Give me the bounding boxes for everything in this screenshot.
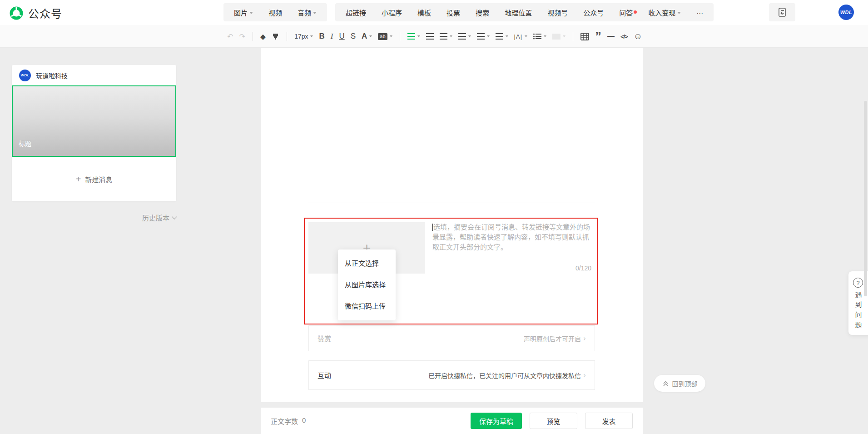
style-button-disabled[interactable] xyxy=(552,34,565,40)
cover-picker-menu: 从正文选择 从图片库选择 微信扫码上传 xyxy=(338,249,396,320)
indent-icon xyxy=(426,33,434,40)
underline-button[interactable]: U xyxy=(339,32,344,41)
divider xyxy=(573,32,573,41)
divider xyxy=(287,32,287,41)
reward-row[interactable]: 赞赏 声明原创后才可开启› xyxy=(308,325,595,351)
menu-item-select-from-library[interactable]: 从图片库选择 xyxy=(338,274,396,295)
undo-icon[interactable]: ↶ xyxy=(227,32,233,41)
reward-status[interactable]: 声明原创后才可开启› xyxy=(524,334,586,343)
word-count-value: 0 xyxy=(302,416,306,426)
indent-button[interactable] xyxy=(426,33,434,40)
emoji-button[interactable]: ☺ xyxy=(634,31,642,41)
editor-canvas[interactable]: + 选填，摘要会在订阅号消息、转发链接等文章外的场景显露，帮助读者快速了解内容，… xyxy=(261,48,643,402)
line-height-button[interactable] xyxy=(496,33,508,40)
font-size-select[interactable]: 17px xyxy=(294,33,313,40)
font-color-button[interactable]: A xyxy=(362,32,372,41)
table-icon xyxy=(580,33,589,40)
nav-video[interactable]: 视频 xyxy=(261,8,290,17)
nav-audio[interactable]: 音频 xyxy=(290,8,324,17)
plus-icon: + xyxy=(76,175,81,184)
chevron-down-icon xyxy=(390,35,392,37)
chevron-down-icon xyxy=(249,12,253,14)
table-button[interactable] xyxy=(580,33,589,40)
space-after-icon xyxy=(477,33,485,40)
list-button[interactable] xyxy=(533,33,546,40)
insert-widgets-group: 超链接 小程序 模板 投票 搜索 地理位置 视频号 公众号 问答 收入变现 ··… xyxy=(335,3,714,21)
page-scrollbar[interactable] xyxy=(864,101,867,296)
chevron-down-icon xyxy=(417,35,420,37)
interaction-status[interactable]: 已开启快捷私信，已关注的用户可从文章内快捷发私信› xyxy=(428,371,586,380)
preview-button[interactable]: 预览 xyxy=(530,413,577,429)
nav-channels[interactable]: 视频号 xyxy=(540,8,575,17)
account-header: WDL 玩道啦科技 xyxy=(12,65,176,85)
interaction-row[interactable]: 互动 已开启快捷私信，已关注的用户可从文章内快捷发私信› xyxy=(308,360,595,390)
collapse-panel-icon xyxy=(777,7,787,18)
brush-icon xyxy=(272,33,279,40)
chevron-down-icon xyxy=(468,35,471,37)
save-draft-button[interactable]: 保存为草稿 xyxy=(471,413,522,429)
help-text: 遇到问题 xyxy=(853,291,863,331)
format-painter-icon[interactable] xyxy=(272,33,279,40)
nav-location[interactable]: 地理位置 xyxy=(497,8,540,17)
chevron-down-icon xyxy=(677,12,681,14)
summary-placeholder: 选填，摘要会在订阅号消息、转发链接等文章外的场景显露，帮助读者快速了解内容，如不… xyxy=(432,222,592,252)
format-toolbar: ↶ ↷ ◆ 17px B I U S A ab |A| xyxy=(0,25,868,48)
top-nav: 图片 视频 音频 超链接 小程序 模板 投票 搜索 地理位置 视频号 公众号 问… xyxy=(223,3,714,21)
blockquote-button[interactable]: ” xyxy=(595,33,601,40)
nav-template[interactable]: 模板 xyxy=(410,8,439,17)
collapse-panel-button[interactable] xyxy=(769,3,795,21)
nav-mini-program[interactable]: 小程序 xyxy=(374,8,410,17)
letter-spacing-button[interactable]: |A| xyxy=(514,33,527,40)
bold-button[interactable]: B xyxy=(319,32,324,41)
code-button[interactable]: </> xyxy=(620,33,628,40)
chevron-down-icon xyxy=(450,35,452,37)
redo-icon[interactable]: ↷ xyxy=(239,32,245,41)
new-message-button[interactable]: + 新建消息 xyxy=(12,157,176,201)
strikethrough-button[interactable]: S xyxy=(351,32,356,41)
nav-more[interactable]: ··· xyxy=(689,9,711,16)
chevron-down-icon xyxy=(369,35,372,37)
message-sidebar-card: WDL 玩道啦科技 标题 + 新建消息 xyxy=(12,65,176,201)
chevron-down-icon xyxy=(313,12,317,14)
user-avatar[interactable]: WDL xyxy=(838,5,854,20)
back-to-top-button[interactable]: 回到顶部 xyxy=(654,375,705,392)
outdent-button[interactable] xyxy=(440,33,452,40)
line-height-icon xyxy=(496,33,503,40)
nav-official-account[interactable]: 公众号 xyxy=(575,8,611,17)
chevron-down-icon xyxy=(525,35,527,37)
horizontal-rule-button[interactable]: — xyxy=(607,32,615,40)
insert-media-group: 图片 视频 音频 xyxy=(223,3,327,21)
brand-logo[interactable]: 公众号 xyxy=(9,5,62,21)
article-title-placeholder: 标题 xyxy=(19,139,31,148)
menu-item-wechat-scan-upload[interactable]: 微信扫码上传 xyxy=(338,296,396,317)
account-name: 玩道啦科技 xyxy=(36,71,68,80)
clear-format-icon[interactable]: ◆ xyxy=(260,32,266,41)
chevron-down-icon xyxy=(506,35,508,37)
nav-qa[interactable]: 问答 xyxy=(611,8,640,17)
publish-button[interactable]: 发表 xyxy=(585,413,633,429)
question-icon: ? xyxy=(853,278,863,288)
nav-monetization[interactable]: 收入变现 xyxy=(640,8,689,17)
summary-field[interactable]: 选填，摘要会在订阅号消息、转发链接等文章外的场景显露，帮助读者快速了解内容，如不… xyxy=(432,222,592,274)
highlight-color-button[interactable]: ab xyxy=(378,33,392,40)
summary-char-counter: 0/120 xyxy=(575,264,591,272)
top-header: 公众号 图片 视频 音频 超链接 小程序 模板 投票 搜索 地理位置 视频号 公… xyxy=(0,0,868,25)
article-thumbnail-selected[interactable]: 标题 xyxy=(12,85,176,157)
space-after-button[interactable] xyxy=(477,33,490,40)
nav-vote[interactable]: 投票 xyxy=(439,8,468,17)
style-icon xyxy=(552,34,560,40)
content-divider xyxy=(308,203,595,203)
chevron-down-icon xyxy=(487,35,490,37)
nav-search[interactable]: 搜索 xyxy=(468,8,497,17)
space-before-button[interactable] xyxy=(458,33,471,40)
chevron-down-icon xyxy=(563,35,565,37)
history-versions-link[interactable]: 历史版本 xyxy=(12,213,176,222)
editor-footer-bar: 正文字数 0 保存为草稿 预览 发表 xyxy=(261,408,643,434)
italic-button[interactable]: I xyxy=(331,32,333,41)
menu-item-select-from-article[interactable]: 从正文选择 xyxy=(338,253,396,274)
interaction-label: 互动 xyxy=(317,370,331,380)
align-button[interactable] xyxy=(407,33,420,40)
reward-label: 赞赏 xyxy=(317,334,331,343)
nav-hyperlink[interactable]: 超链接 xyxy=(338,8,374,17)
nav-image[interactable]: 图片 xyxy=(226,8,261,17)
